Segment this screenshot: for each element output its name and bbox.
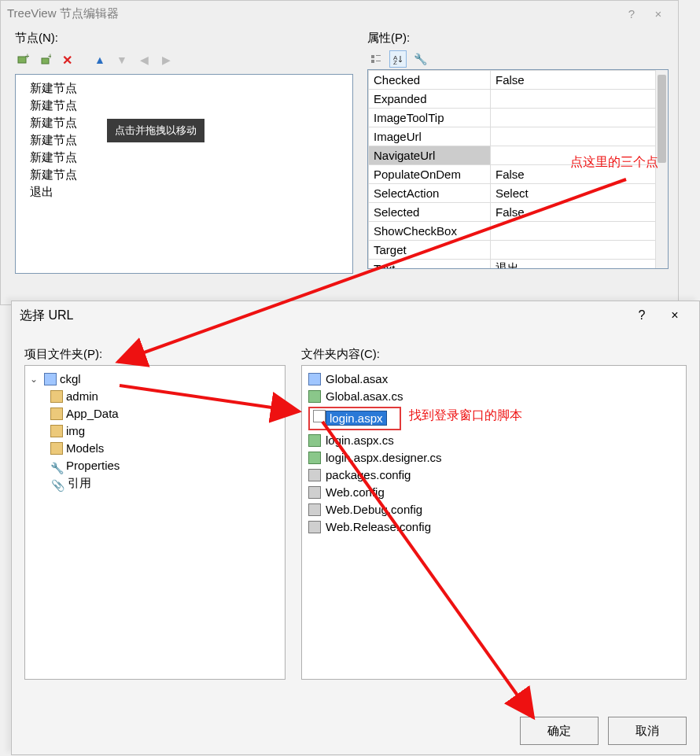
property-value[interactable]	[491, 90, 668, 109]
file-label: packages.config	[326, 467, 411, 484]
svg-text:+: +	[48, 53, 51, 61]
folder-root-row[interactable]: ⌄ ckgl	[28, 371, 282, 388]
folder-row[interactable]: img	[28, 422, 282, 440]
dialog1-titlebar: TreeView 节点编辑器 ? ×	[1, 1, 678, 26]
remove-node-button[interactable]: ✕	[59, 52, 75, 68]
file-label: login.aspx.cs	[326, 432, 394, 449]
drag-tooltip: 点击并拖拽以移动	[107, 119, 204, 142]
property-value[interactable]	[491, 146, 668, 165]
property-value[interactable]	[491, 222, 668, 241]
svg-text:Z: Z	[393, 59, 397, 65]
file-row[interactable]: Global.asax	[305, 371, 683, 388]
folder-contents-list[interactable]: Global.asaxGlobal.asax.cslogin.aspxlogin…	[301, 365, 687, 680]
file-row[interactable]: packages.config	[305, 467, 683, 484]
move-down-button[interactable]: ▼	[114, 52, 130, 68]
property-value[interactable]: Select	[491, 184, 668, 203]
dialog2-close-button[interactable]: ×	[658, 308, 691, 323]
file-label: login.aspx.designer.cs	[326, 449, 442, 467]
alphabetical-button[interactable]: AZ	[389, 50, 407, 68]
file-row[interactable]: Web.Release.config	[305, 518, 683, 536]
property-key: Expanded	[369, 90, 491, 109]
file-row[interactable]: login.aspx.designer.cs	[305, 449, 683, 467]
property-row[interactable]: CheckedFalse	[369, 71, 668, 90]
property-key: NavigateUrl	[369, 146, 491, 165]
dialog2-help-button[interactable]: ?	[625, 308, 658, 323]
property-grid[interactable]: CheckedFalseExpandedImageToolTipImageUrl…	[367, 69, 669, 269]
property-row[interactable]: PopulateOnDemFalse	[369, 165, 668, 184]
nodes-label: 节点(N):	[15, 31, 353, 46]
add-root-node-button[interactable]: +	[15, 52, 31, 68]
dialog2-titlebar: 选择 URL ? ×	[12, 301, 699, 330]
tree-node[interactable]: 新建节点	[22, 97, 346, 114]
folder-row[interactable]: App_Data	[28, 405, 282, 422]
property-value[interactable]	[491, 109, 668, 127]
property-key: Text	[369, 260, 491, 270]
node-tree[interactable]: 新建节点 新建节点 新建节点 新建节点 新建节点 新建节点 退出 点击并拖拽以移…	[15, 74, 353, 274]
wrench-icon: 🔧	[50, 459, 63, 472]
folder-label: 引用	[68, 474, 91, 492]
file-label: Web.Debug.config	[326, 501, 422, 518]
file-icon	[308, 486, 321, 499]
property-pages-button[interactable]: 🔧	[411, 50, 429, 68]
dialog1-close-button[interactable]: ×	[645, 7, 672, 20]
cancel-button[interactable]: 取消	[608, 717, 687, 745]
property-value[interactable]: False	[491, 203, 668, 222]
property-row[interactable]: SelectedFalse	[369, 203, 668, 222]
folder-icon	[50, 425, 63, 437]
folder-row[interactable]: 🔧 Properties	[28, 457, 282, 474]
property-value[interactable]: False	[491, 71, 668, 90]
file-row[interactable]: Web.config	[305, 484, 683, 501]
dialog1-help-button[interactable]: ?	[618, 7, 645, 20]
project-folder-tree[interactable]: ⌄ ckgl admin App_Data img	[24, 365, 286, 680]
file-label: login.aspx	[326, 411, 387, 426]
project-folder-label: 项目文件夹(P):	[24, 347, 286, 362]
folder-label: App_Data	[66, 405, 119, 422]
file-icon	[313, 410, 326, 422]
select-url-dialog: 选择 URL ? × 项目文件夹(P): ⌄ ckgl admin App_Da…	[11, 301, 700, 755]
folder-row[interactable]: 📎 引用	[28, 474, 282, 492]
property-key: Target	[369, 241, 491, 260]
property-key: Checked	[369, 71, 491, 90]
property-key: ImageUrl	[369, 127, 491, 146]
property-row[interactable]: ImageUrl	[369, 127, 668, 146]
folder-label: admin	[66, 388, 98, 405]
file-icon	[308, 373, 321, 385]
property-value[interactable]: 退出	[491, 260, 668, 270]
folder-row[interactable]: Models	[28, 440, 282, 457]
propgrid-scrollbar[interactable]	[655, 70, 668, 268]
tree-node[interactable]: 退出	[22, 183, 346, 201]
file-row[interactable]: login.aspx	[305, 405, 683, 432]
add-child-node-button[interactable]: +	[37, 52, 53, 68]
property-row[interactable]: Expanded	[369, 90, 668, 109]
file-label: Global.asax.cs	[326, 388, 403, 405]
tree-node[interactable]: 新建节点	[22, 79, 346, 97]
tree-node[interactable]: 新建节点	[22, 149, 346, 166]
property-value[interactable]	[491, 127, 668, 146]
outdent-button[interactable]: ◀	[136, 52, 152, 68]
file-icon	[308, 452, 321, 464]
property-value[interactable]: False	[491, 165, 668, 184]
property-value[interactable]	[491, 241, 668, 260]
property-key: PopulateOnDem	[369, 165, 491, 184]
file-icon	[308, 521, 321, 533]
property-row[interactable]: Text退出	[369, 260, 668, 270]
indent-button[interactable]: ▶	[158, 52, 174, 68]
property-row[interactable]: Target	[369, 241, 668, 260]
property-row[interactable]: ImageToolTip	[369, 109, 668, 127]
file-row[interactable]: Web.Debug.config	[305, 501, 683, 518]
categorized-button[interactable]	[367, 50, 385, 68]
folder-icon	[50, 390, 63, 403]
project-icon	[44, 373, 57, 385]
property-row[interactable]: SelectActionSelect	[369, 184, 668, 203]
file-row[interactable]: login.aspx.cs	[305, 432, 683, 449]
folder-row[interactable]: admin	[28, 388, 282, 405]
move-up-button[interactable]: ▲	[92, 52, 108, 68]
property-key: Selected	[369, 203, 491, 222]
property-row[interactable]: ShowCheckBox	[369, 222, 668, 241]
tree-node[interactable]: 新建节点	[22, 166, 346, 183]
chevron-down-icon[interactable]: ⌄	[30, 371, 41, 388]
ok-button[interactable]: 确定	[520, 717, 599, 745]
file-icon	[308, 390, 321, 403]
property-row[interactable]: NavigateUrl	[369, 146, 668, 165]
file-row[interactable]: Global.asax.cs	[305, 388, 683, 405]
